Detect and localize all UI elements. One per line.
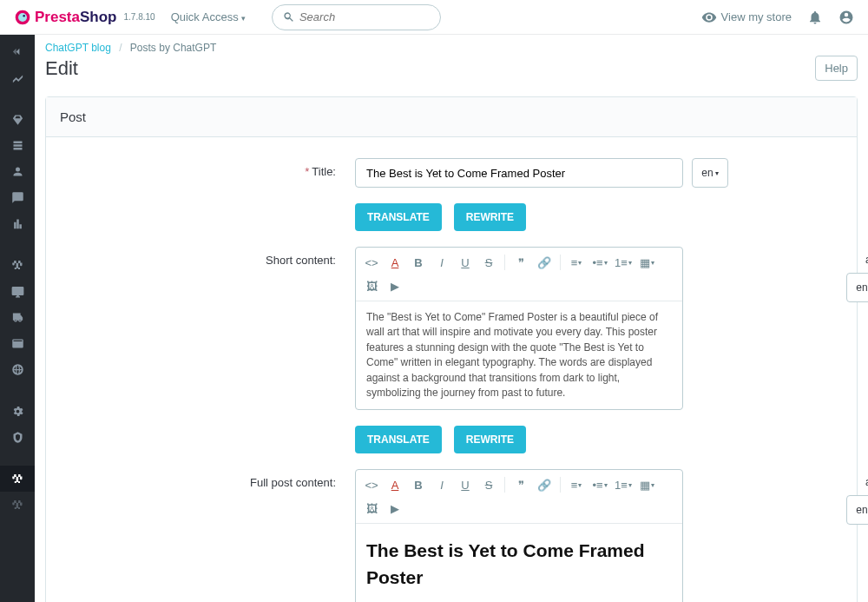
- brand-logo[interactable]: PrestaShop: [14, 9, 116, 26]
- image-icon[interactable]: 🖼: [361, 498, 382, 519]
- panel-heading: Post: [46, 97, 857, 137]
- short-content-label: Short content:: [67, 247, 355, 410]
- bullet-icon[interactable]: •≡▾: [589, 474, 610, 495]
- strike-icon[interactable]: S: [478, 474, 499, 495]
- view-store-link[interactable]: View my store: [701, 10, 792, 25]
- underline-icon[interactable]: U: [455, 252, 476, 273]
- link-icon[interactable]: 🔗: [534, 474, 555, 495]
- full-content-editor: <> A B I U S ❞ 🔗 ≡▾ •≡▾ 1≡▾: [355, 469, 683, 602]
- full-content-label: Full post content:: [67, 469, 355, 602]
- sidebar-payment[interactable]: [0, 330, 35, 356]
- rewrite-button-2[interactable]: REWRITE: [454, 426, 526, 453]
- source-icon[interactable]: <>: [361, 252, 382, 273]
- table-icon[interactable]: ▦▾: [636, 252, 657, 273]
- full-editor-toolbar: <> A B I U S ❞ 🔗 ≡▾ •≡▾ 1≡▾: [356, 470, 682, 524]
- quote-icon[interactable]: ❞: [510, 252, 531, 273]
- italic-icon[interactable]: I: [431, 474, 452, 495]
- rewrite-button[interactable]: REWRITE: [454, 203, 526, 231]
- title-label: *Title:: [67, 158, 355, 188]
- title-lang-select[interactable]: en: [692, 158, 728, 188]
- align-icon[interactable]: ≡▾: [566, 252, 587, 273]
- sidebar-modules[interactable]: [0, 252, 35, 278]
- align-icon[interactable]: ≡▾: [566, 474, 587, 495]
- italic-icon[interactable]: I: [431, 252, 452, 273]
- search-input[interactable]: [299, 10, 430, 23]
- sidebar-design[interactable]: [0, 278, 35, 304]
- bold-icon[interactable]: B: [408, 252, 429, 273]
- sidebar-extra[interactable]: [0, 492, 35, 518]
- breadcrumb: ChatGPT blog / Posts by ChatGPT: [35, 35, 868, 54]
- post-panel: Post *Title: en TRANSLATE REWRITE Short …: [45, 96, 858, 602]
- svg-point-1: [18, 13, 27, 22]
- sidebar-chatgpt-active[interactable]: [0, 466, 35, 492]
- top-bar: PrestaShop 1.7.8.10 Quick Access View my…: [0, 0, 868, 35]
- breadcrumb-root[interactable]: ChatGPT blog: [45, 42, 111, 54]
- sidebar-advanced[interactable]: [0, 424, 35, 450]
- video-icon[interactable]: ▶: [385, 498, 405, 519]
- translate-button-2[interactable]: TRANSLATE: [355, 426, 442, 453]
- short-content-body[interactable]: The "Best is Yet to Come" Framed Poster …: [356, 301, 682, 409]
- sidebar-shipping[interactable]: [0, 304, 35, 330]
- search-box[interactable]: [272, 4, 441, 30]
- sidebar-collapse[interactable]: [0, 38, 35, 64]
- translate-button[interactable]: TRANSLATE: [355, 203, 442, 231]
- full-heading: The Best is Yet to Come Framed Poster: [366, 538, 672, 591]
- color-icon[interactable]: A: [385, 252, 405, 273]
- breadcrumb-current: Posts by ChatGPT: [130, 42, 216, 54]
- sidebar-intl[interactable]: [0, 356, 35, 382]
- full-lang-select[interactable]: en: [846, 495, 868, 525]
- main-content: ChatGPT blog / Posts by ChatGPT Edit Hel…: [35, 35, 868, 602]
- underline-icon[interactable]: U: [455, 474, 476, 495]
- full-content-body[interactable]: The Best is Yet to Come Framed Poster Th…: [356, 524, 682, 602]
- table-icon[interactable]: ▦▾: [636, 474, 657, 495]
- quote-icon[interactable]: ❞: [510, 474, 531, 495]
- color-icon[interactable]: A: [385, 474, 405, 495]
- bullet-icon[interactable]: •≡▾: [589, 252, 610, 273]
- image-icon[interactable]: 🖼: [361, 275, 382, 296]
- version-label: 1.7.8.10: [123, 12, 155, 22]
- video-icon[interactable]: ▶: [385, 275, 405, 296]
- bell-icon[interactable]: [807, 10, 823, 25]
- help-button[interactable]: Help: [815, 56, 858, 81]
- numlist-icon[interactable]: 1≡▾: [613, 474, 634, 495]
- svg-point-2: [23, 15, 25, 17]
- numlist-icon[interactable]: 1≡▾: [613, 252, 634, 273]
- eye-icon: [701, 10, 717, 25]
- sidebar-orders[interactable]: [0, 106, 35, 132]
- sidebar-customers[interactable]: [0, 158, 35, 184]
- short-lang-select[interactable]: en: [846, 273, 868, 302]
- bold-icon[interactable]: B: [408, 474, 429, 495]
- puffin-icon: [14, 9, 31, 26]
- short-editor-toolbar: <> A B I U S ❞ 🔗 ≡▾ •≡▾ 1≡▾: [356, 248, 682, 301]
- sidebar-catalog[interactable]: [0, 132, 35, 158]
- sidebar-dashboard[interactable]: [0, 64, 35, 90]
- sidebar-support[interactable]: [0, 184, 35, 210]
- short-content-editor: <> A B I U S ❞ 🔗 ≡▾ •≡▾ 1≡▾: [355, 247, 683, 410]
- avatar-icon[interactable]: [838, 10, 854, 25]
- search-icon: [283, 10, 294, 23]
- source-icon[interactable]: <>: [361, 474, 382, 495]
- sidebar-stats[interactable]: [0, 210, 35, 236]
- link-icon[interactable]: 🔗: [534, 252, 555, 273]
- strike-icon[interactable]: S: [478, 252, 499, 273]
- sidebar: [0, 35, 35, 602]
- page-title: Edit: [45, 57, 78, 80]
- sidebar-config[interactable]: [0, 398, 35, 424]
- title-input[interactable]: [355, 158, 683, 188]
- quick-access-menu[interactable]: Quick Access: [171, 10, 246, 23]
